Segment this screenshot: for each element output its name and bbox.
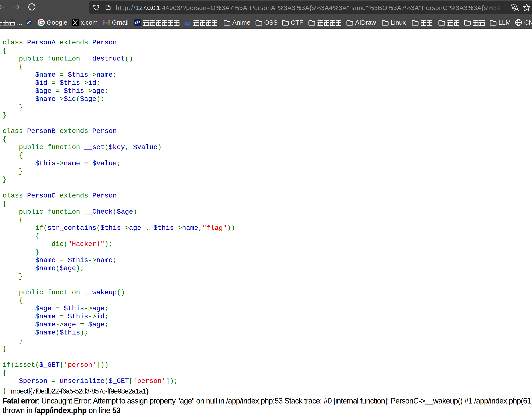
svg-text:p: p xyxy=(187,20,191,26)
